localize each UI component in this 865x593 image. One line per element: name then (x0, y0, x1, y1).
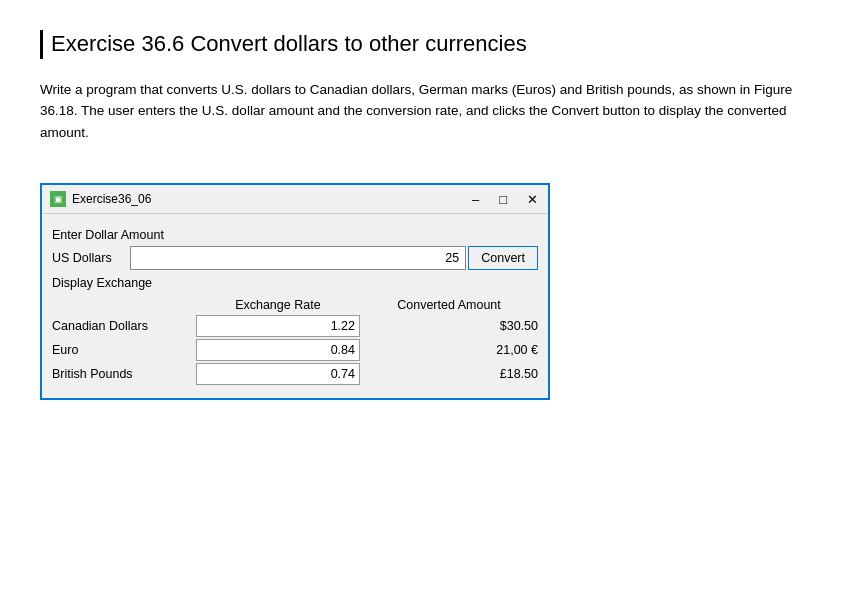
table-row: Euro21,00 € (52, 338, 538, 362)
page-description: Write a program that converts U.S. dolla… (40, 79, 820, 144)
enter-dollar-label: Enter Dollar Amount (52, 228, 538, 242)
currency-label: Canadian Dollars (52, 314, 196, 338)
col-currency-header (52, 296, 196, 314)
converted-amount: $30.50 (360, 314, 538, 338)
window-title: Exercise36_06 (72, 192, 151, 206)
page-title: Exercise 36.6 Convert dollars to other c… (40, 30, 825, 59)
currency-label: British Pounds (52, 362, 196, 386)
col-exchange-rate-header: Exchange Rate (196, 296, 360, 314)
window-body: Enter Dollar Amount US Dollars Convert D… (42, 214, 548, 398)
converted-amount: £18.50 (360, 362, 538, 386)
maximize-button[interactable]: □ (497, 193, 509, 206)
close-button[interactable]: ✕ (525, 193, 540, 206)
app-icon: ▣ (50, 191, 66, 207)
us-dollars-row: US Dollars Convert (52, 246, 538, 270)
convert-button[interactable]: Convert (468, 246, 538, 270)
us-dollars-input[interactable] (130, 246, 466, 270)
rate-cell (196, 338, 360, 362)
currency-label: Euro (52, 338, 196, 362)
converted-amount: 21,00 € (360, 338, 538, 362)
exchange-table: Exchange Rate Converted Amount Canadian … (52, 296, 538, 386)
us-dollars-label: US Dollars (52, 251, 130, 265)
rate-cell (196, 314, 360, 338)
window-titlebar: ▣ Exercise36_06 – □ ✕ (42, 185, 548, 214)
titlebar-controls: – □ ✕ (470, 193, 540, 206)
titlebar-left: ▣ Exercise36_06 (50, 191, 151, 207)
rate-input[interactable] (196, 339, 360, 361)
rate-input[interactable] (196, 363, 360, 385)
table-row: Canadian Dollars$30.50 (52, 314, 538, 338)
table-row: British Pounds£18.50 (52, 362, 538, 386)
app-window: ▣ Exercise36_06 – □ ✕ Enter Dollar Amoun… (40, 183, 550, 400)
rate-input[interactable] (196, 315, 360, 337)
display-exchange-label: Display Exchange (52, 276, 538, 290)
rate-cell (196, 362, 360, 386)
minimize-button[interactable]: – (470, 193, 481, 206)
col-converted-header: Converted Amount (360, 296, 538, 314)
